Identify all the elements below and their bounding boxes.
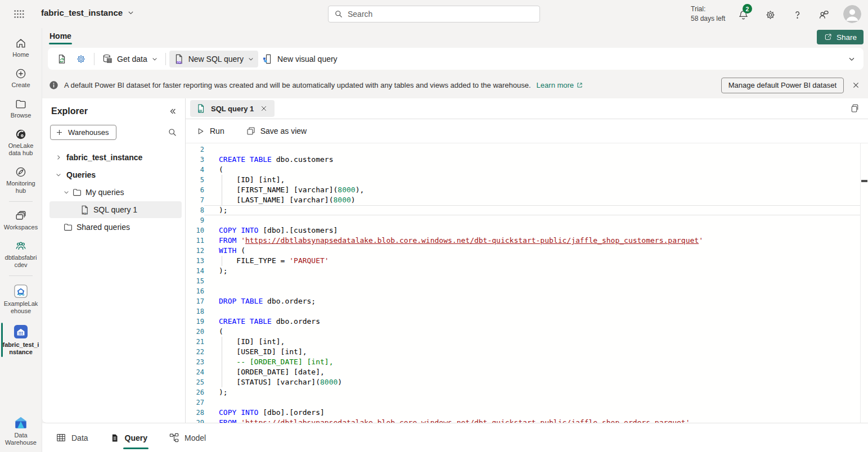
code-line-6[interactable]: 6 [FIRST_NAME] [varchar](8000), xyxy=(186,185,868,195)
main-content: Explorer Warehouses fabric_test_instance… xyxy=(42,98,868,423)
run-button[interactable]: Run xyxy=(192,124,228,138)
code-line-24[interactable]: 24 [ORDER_DATE] [date], xyxy=(186,367,868,377)
code-line-10[interactable]: 10COPY INTO [dbo].[customers] xyxy=(186,225,868,236)
new-visual-query-button[interactable]: New visual query xyxy=(258,51,341,67)
code-line-12[interactable]: 12WITH ( xyxy=(186,246,868,256)
code-line-23[interactable]: 23 -- [ORDER_DATE] [int], xyxy=(186,357,868,367)
line-number: 8 xyxy=(186,205,204,215)
search-input[interactable] xyxy=(348,10,534,19)
settings-button[interactable] xyxy=(71,51,91,67)
code-line-3[interactable]: 3CREATE TABLE dbo.customers xyxy=(186,155,868,165)
user-avatar[interactable] xyxy=(843,5,861,23)
rail-item-monitoring-hub[interactable]: Monitoringhub xyxy=(0,162,42,198)
toolbar-collapse-chevron-icon[interactable] xyxy=(848,55,856,63)
code-line-2[interactable]: 2 xyxy=(186,144,868,155)
rail-item-fabric-test-instance[interactable]: fabric_test_instance xyxy=(0,320,42,359)
chevron-down-icon[interactable] xyxy=(62,188,71,197)
rail-item-home[interactable]: Home xyxy=(0,34,42,62)
sql-code-editor[interactable]: 23CREATE TABLE dbo.customers4(5 [ID] [in… xyxy=(186,143,868,423)
code-line-28[interactable]: 28COPY INTO [dbo].[orders] xyxy=(186,408,868,418)
code-line-25[interactable]: 25 [STATUS] [varchar](8000) xyxy=(186,377,868,387)
code-line-8[interactable]: 8); xyxy=(186,205,868,215)
line-text: [LAST_NAME] [varchar](8000) xyxy=(204,195,860,205)
chevron-right-icon[interactable] xyxy=(54,153,63,162)
save-as-view-button[interactable]: Save as view xyxy=(242,124,310,138)
query-tab[interactable]: SQL SQL query 1 xyxy=(190,100,275,117)
tree-item-fabric_test_instance[interactable]: fabric_test_instance xyxy=(50,149,182,166)
refresh-file-button[interactable] xyxy=(52,51,71,67)
code-line-5[interactable]: 5 [ID] [int], xyxy=(186,175,868,185)
code-line-27[interactable]: 27 xyxy=(186,397,868,408)
query-editor: SQL SQL query 1 xyxy=(186,98,868,423)
code-line-7[interactable]: 7 [LAST_NAME] [varchar](8000) xyxy=(186,195,868,205)
copy-icon[interactable] xyxy=(849,103,859,114)
save-as-view-icon xyxy=(246,126,256,136)
rail-item-examplelakehouse[interactable]: ExampleLakehouse xyxy=(0,281,42,318)
close-icon[interactable] xyxy=(852,81,860,89)
rail-item-onelake-data-hub[interactable]: OneLakedata hub xyxy=(0,125,42,160)
new-sql-query-button[interactable]: SQL New SQL query xyxy=(169,51,258,67)
warehouses-button[interactable]: Warehouses xyxy=(50,125,116,140)
code-line-4[interactable]: 4( xyxy=(186,165,868,175)
line-text: ); xyxy=(204,266,860,276)
play-icon xyxy=(196,126,205,136)
code-line-17[interactable]: 17DROP TABLE dbo.orders; xyxy=(186,296,868,306)
rail-item-browse[interactable]: Browse xyxy=(0,94,42,123)
tree-item-my-queries[interactable]: My queries xyxy=(50,184,182,201)
toolbar-divider xyxy=(165,53,166,65)
collapse-panel-icon[interactable] xyxy=(168,107,177,116)
document-icon xyxy=(110,433,120,443)
close-tab-icon[interactable] xyxy=(259,103,269,114)
code-line-13[interactable]: 13 FILE_TYPE = 'PARQUET' xyxy=(186,256,868,266)
tree-item-queries[interactable]: Queries xyxy=(50,166,182,183)
code-line-22[interactable]: 22 [USER_ID] [int], xyxy=(186,347,868,357)
view-tab-data[interactable]: Data xyxy=(55,429,89,446)
settings-gear-icon[interactable] xyxy=(763,7,777,22)
code-line-18[interactable]: 18 xyxy=(186,306,868,317)
code-line-16[interactable]: 16 xyxy=(186,286,868,296)
code-line-29[interactable]: 29FROM 'https://dbtlabsynapsedatalake.bl… xyxy=(186,418,868,423)
feedback-icon[interactable] xyxy=(816,7,831,22)
app-launcher-icon[interactable] xyxy=(12,7,26,21)
rail-item-label: ExampleLakehouse xyxy=(4,300,38,315)
manage-default-dataset-button[interactable]: Manage default Power BI dataset xyxy=(721,78,844,93)
warehouse-blue-icon xyxy=(13,324,29,340)
rail-item-workspaces[interactable]: Workspaces xyxy=(0,206,42,234)
code-line-26[interactable]: 26); xyxy=(186,387,868,397)
data-warehouse-icon xyxy=(14,415,28,430)
chevron-down-icon xyxy=(248,56,254,62)
explorer-tree: fabric_test_instanceQueriesMy queriesSQL… xyxy=(42,149,185,236)
notifications-button[interactable]: 2 xyxy=(736,7,750,22)
rail-item-create[interactable]: Create xyxy=(0,64,42,92)
view-tab-query[interactable]: Query xyxy=(109,430,149,446)
rail-item-dbtlabsfabricdev[interactable]: dbtlabsfabricdev xyxy=(0,237,42,272)
get-data-button[interactable]: Get data xyxy=(98,51,162,67)
share-button[interactable]: Share xyxy=(817,30,863,44)
line-number: 20 xyxy=(186,327,204,337)
view-tab-model[interactable]: Model xyxy=(168,429,207,446)
tab-home[interactable]: Home xyxy=(46,29,75,43)
tree-item-shared-queries[interactable]: Shared queries xyxy=(50,219,182,236)
code-line-21[interactable]: 21 [ID] [int], xyxy=(186,337,868,347)
workspace-title-menu[interactable]: fabric_test_instance xyxy=(41,8,134,17)
save-as-view-label: Save as view xyxy=(260,126,307,135)
code-line-9[interactable]: 9 xyxy=(186,215,868,225)
share-label: Share xyxy=(836,33,857,42)
code-line-15[interactable]: 15 xyxy=(186,276,868,286)
code-line-14[interactable]: 14); xyxy=(186,266,868,276)
explorer-search-icon[interactable] xyxy=(168,128,177,137)
chevron-down-icon[interactable] xyxy=(54,170,63,179)
help-button[interactable] xyxy=(790,7,804,22)
tree-item-sql-query-1[interactable]: SQLSQL query 1 xyxy=(50,201,182,218)
query-tab-title: SQL query 1 xyxy=(211,105,254,113)
editor-scrollbar-track[interactable] xyxy=(860,143,868,423)
rail-divider xyxy=(9,275,33,276)
learn-more-link[interactable]: Learn more xyxy=(537,81,583,89)
code-line-11[interactable]: 11FROM 'https://dbtlabsynapsedatalake.bl… xyxy=(186,236,868,246)
code-line-19[interactable]: 19CREATE TABLE dbo.orders xyxy=(186,317,868,327)
rail-item-data-warehouse[interactable]: DataWarehouse xyxy=(0,412,42,450)
people-icon xyxy=(15,240,27,252)
code-line-20[interactable]: 20( xyxy=(186,327,868,337)
share-icon xyxy=(824,33,833,42)
notification-badge: 2 xyxy=(743,4,752,13)
